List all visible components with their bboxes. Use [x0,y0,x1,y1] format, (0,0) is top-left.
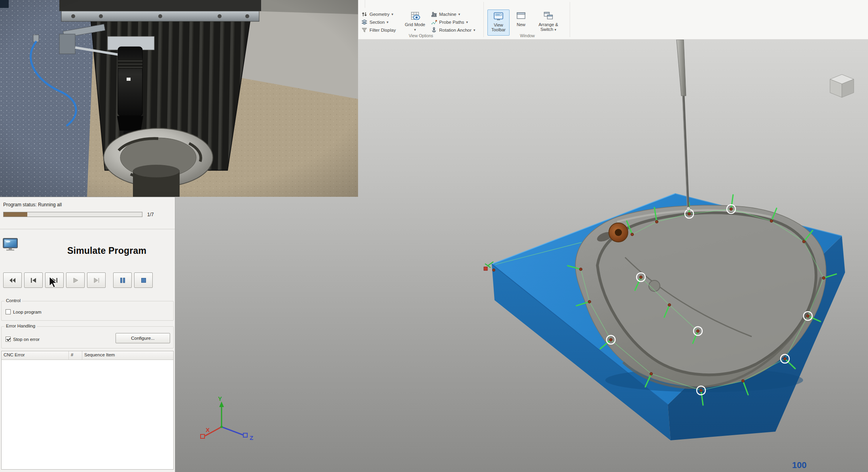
rotation-anchor-icon [431,27,437,33]
cnc-error-list[interactable] [2,360,173,469]
geometry-icon [361,11,368,17]
window-group-label: Window [486,33,569,38]
view-options-group-label: View Options [359,33,483,38]
stop-on-error-label: Stop on error [13,337,40,342]
view-toolbar-button[interactable]: View Toolbar [487,10,510,36]
rotation-anchor-button[interactable]: Rotation Anchor ▾ [430,26,476,34]
machine-button[interactable]: Machine ▾ [430,10,461,18]
panel-title: Simulate Program [67,246,146,256]
camera-frame [0,0,358,197]
new-window-button[interactable]: New [512,10,530,36]
program-progress-bar [3,212,142,217]
error-handling-group: Error Handling Stop on error Configure..… [1,326,174,348]
new-window-label: New [517,22,525,27]
chevron-down-icon: ▾ [392,12,394,16]
chevron-down-icon: ▾ [554,28,556,32]
column-header-sequence-item[interactable]: Sequence Item [82,351,173,360]
play-button[interactable] [66,272,85,288]
vignette [0,0,358,197]
chevron-down-icon: ▾ [458,12,460,16]
rotation-anchor-label: Rotation Anchor [439,28,472,32]
divider [0,229,175,229]
section-icon [361,19,368,25]
view-toolbar-label: View Toolbar [488,23,509,32]
error-handling-group-label: Error Handling [4,324,37,328]
cnc-error-table-header: CNC Error # Sequence Item [2,351,173,360]
geometry-label: Geometry [370,12,390,17]
simulate-icon [2,238,19,253]
section-button[interactable]: Section ▾ [360,18,390,26]
grid-mode-icon [410,10,420,21]
checkbox-box[interactable] [6,337,11,342]
checkbox-box[interactable] [6,309,11,314]
axis-label-y: Y [218,395,222,402]
step-forward-icon [93,278,100,283]
axis-label-x: X [206,426,210,433]
arrange-switch-button[interactable]: Arrange & Switch ▾ [532,10,565,36]
cnc-error-table: CNC Error # Sequence Item [1,351,174,470]
play-icon [72,278,79,283]
control-group: Control Loop program [1,301,174,321]
ribbon-separator [483,2,484,37]
program-progress-label: 1/7 [147,212,154,217]
chevron-down-icon: ▾ [466,20,468,24]
rewind-icon [9,278,16,283]
viewport-scale-label: 100 [792,460,807,470]
control-group-label: Control [4,298,22,303]
machine-camera-feed [0,0,358,197]
rewind-button[interactable] [3,272,22,288]
program-status-text: Program status: Running all [3,202,62,207]
machine-label: Machine [439,12,456,17]
new-window-icon [516,10,526,21]
skip-to-start-icon [30,278,37,283]
view-cube[interactable] [830,74,854,97]
configure-button[interactable]: Configure... [116,333,170,343]
program-progress-fill [4,212,27,217]
ribbon-group-view-options: Geometry ▾ Section ▾ Filter Display Grid… [359,0,483,39]
arrange-switch-icon [543,10,553,21]
probe-paths-label: Probe Paths [439,20,464,25]
skip-to-start-button[interactable] [24,272,43,288]
ribbon-separator [570,2,570,37]
pause-button[interactable] [113,272,132,288]
transport-controls [3,272,173,288]
filter-icon [361,27,368,33]
column-header-number[interactable]: # [69,351,82,360]
stop-icon [140,278,147,283]
mouse-cursor [49,276,58,288]
application-window: Y X Z 100 [0,0,868,472]
step-forward-button[interactable] [87,272,106,288]
geometry-button[interactable]: Geometry ▾ [360,10,394,18]
chevron-down-icon: ▾ [387,20,389,24]
filter-display-label: Filter Display [370,28,396,32]
column-header-cnc-error[interactable]: CNC Error [2,351,69,360]
ribbon-group-window: View Toolbar New Arrange & Switch ▾ Wind… [486,0,569,39]
axis-label-z: Z [250,434,253,441]
view-toolbar-icon [493,11,504,22]
probe-paths-icon [431,19,437,25]
pause-icon [119,278,126,283]
grid-mode-label: Grid Mode [405,22,425,27]
loop-program-label: Loop program [13,310,42,314]
probe-paths-button[interactable]: Probe Paths ▾ [430,18,469,26]
simulate-program-panel: Program status: Running all 1/7 Simulate… [0,197,175,472]
chevron-down-icon: ▾ [414,28,416,32]
stop-button[interactable] [134,272,153,288]
machine-icon [431,11,437,17]
chevron-down-icon: ▾ [474,28,476,32]
loop-program-checkbox[interactable]: Loop program [6,309,42,314]
stop-on-error-checkbox[interactable]: Stop on error [6,337,40,342]
grid-mode-button[interactable]: Grid Mode ▾ [404,10,426,36]
ribbon-toolbar: Geometry ▾ Section ▾ Filter Display Grid… [358,0,868,40]
section-label: Section [370,20,385,25]
filter-display-button[interactable]: Filter Display [360,26,397,34]
